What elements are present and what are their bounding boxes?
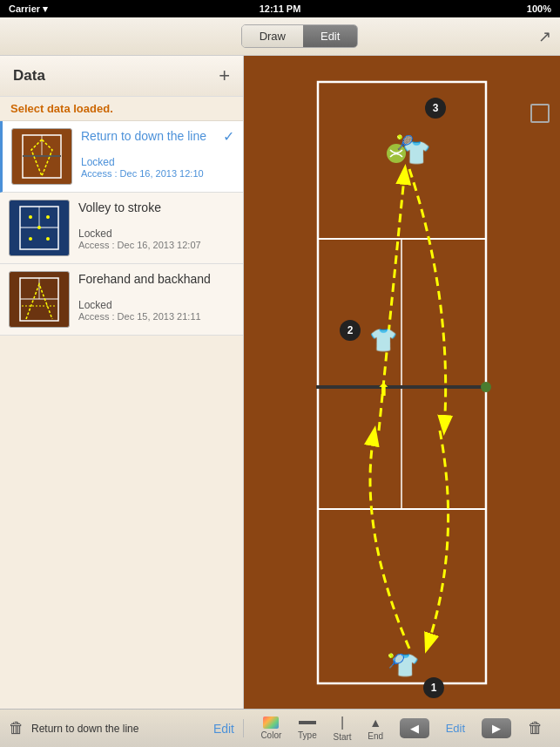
- drill-locked-3: Locked: [78, 299, 234, 311]
- drill-access-3: Access : Dec 15, 2013 21:11: [78, 311, 234, 322]
- sidebar: Data + Select data loaded. Return to dow…: [0, 56, 244, 709]
- svg-text:3: 3: [433, 102, 439, 114]
- svg-point-13: [37, 226, 41, 229]
- svg-point-12: [46, 237, 50, 241]
- color-icon: [263, 716, 279, 729]
- drill-item-3[interactable]: Forehand and backhand Locked Access : De…: [0, 264, 243, 336]
- sidebar-title: Data: [13, 67, 45, 85]
- status-bar: Carrier ▾ 12:11 PM 100%: [0, 0, 560, 17]
- drill-info-3: Forehand and backhand Locked Access : De…: [78, 271, 234, 322]
- top-nav-right: ↗: [538, 27, 551, 46]
- svg-text:⬆: ⬆: [376, 380, 391, 399]
- court-area: 👕 🎾 👕 ⬆ 👕 🎾 1 2 3: [244, 56, 560, 709]
- svg-text:2: 2: [347, 324, 354, 336]
- delete-button[interactable]: 🗑: [528, 719, 543, 737]
- type-tool[interactable]: Type: [298, 716, 317, 740]
- sidebar-status: Select data loaded.: [0, 97, 243, 121]
- drill-item-1[interactable]: Return to down the line ✓ Locked Access …: [0, 121, 243, 193]
- drill-thumbnail-2: [9, 200, 70, 256]
- drill-thumbnail-1: [11, 128, 72, 185]
- battery-label: 100%: [527, 3, 551, 14]
- color-tool[interactable]: Color: [260, 716, 281, 740]
- top-nav: Draw Edit ↗: [0, 17, 560, 56]
- player-mid: 👕: [369, 326, 398, 354]
- next-button[interactable]: ▶: [482, 718, 511, 738]
- trash-icon[interactable]: 🗑: [9, 719, 24, 737]
- type-icon: [299, 721, 316, 724]
- wifi-icon: ▾: [43, 3, 48, 14]
- drill-access-1: Access : Dec 16, 2013 12:10: [81, 168, 234, 179]
- bottom-toolbar: 🗑 Return to down the line Edit Color Typ…: [0, 709, 560, 747]
- tennis-court-svg: 👕 🎾 👕 ⬆ 👕 🎾 1 2 3: [244, 56, 560, 709]
- start-icon: |: [341, 715, 344, 730]
- svg-rect-24: [316, 385, 488, 389]
- end-label: End: [368, 731, 383, 741]
- drill-item-2[interactable]: Volley to stroke Locked Access : Dec 16,…: [0, 193, 243, 264]
- carrier-label: Carrier ▾: [9, 3, 48, 15]
- drill-locked-1: Locked: [81, 156, 234, 168]
- drill-name-1: Return to down the line: [81, 128, 206, 144]
- edit-center-button[interactable]: Edit: [446, 722, 465, 735]
- export-icon[interactable]: ↗: [538, 27, 551, 46]
- svg-point-9: [29, 215, 32, 219]
- drill-name-3: Forehand and backhand: [78, 271, 234, 287]
- svg-text:🎾: 🎾: [396, 134, 414, 151]
- color-label: Color: [260, 730, 281, 740]
- bottom-right: Color Type | Start ▲ End ◀ Edit ▶ 🗑: [244, 715, 560, 742]
- end-icon: ▲: [369, 716, 381, 730]
- type-label: Type: [298, 730, 317, 740]
- drill-info-2: Volley to stroke Locked Access : Dec 16,…: [78, 200, 234, 250]
- bottom-drill-label: Return to down the line: [31, 723, 206, 735]
- svg-point-25: [481, 382, 491, 392]
- bottom-left: 🗑 Return to down the line Edit: [0, 719, 244, 737]
- drill-thumbnail-3: [9, 271, 70, 328]
- svg-point-10: [46, 215, 50, 219]
- checkmark-1: ✓: [206, 128, 234, 145]
- drill-access-2: Access : Dec 16, 2013 12:07: [78, 240, 234, 250]
- drill-name-2: Volley to stroke: [78, 200, 234, 215]
- time-label: 12:11 PM: [260, 3, 301, 14]
- svg-text:🎾: 🎾: [388, 653, 405, 669]
- svg-point-11: [29, 237, 32, 241]
- start-tool[interactable]: | Start: [333, 715, 351, 742]
- carrier-text: Carrier: [9, 3, 40, 14]
- prev-button[interactable]: ◀: [400, 718, 429, 738]
- main-content: Data + Select data loaded. Return to dow…: [0, 56, 560, 709]
- add-button[interactable]: +: [219, 65, 230, 87]
- bottom-edit-button[interactable]: Edit: [213, 722, 234, 736]
- svg-text:1: 1: [431, 682, 437, 694]
- drill-locked-2: Locked: [78, 227, 234, 240]
- tab-draw[interactable]: Draw: [242, 25, 303, 47]
- tab-edit[interactable]: Edit: [303, 25, 357, 47]
- end-tool[interactable]: ▲ End: [368, 716, 383, 741]
- drill-info-1: Return to down the line ✓ Locked Access …: [81, 128, 234, 179]
- sidebar-header: Data +: [0, 56, 243, 97]
- start-label: Start: [333, 732, 351, 742]
- draw-edit-tabs: Draw Edit: [241, 24, 359, 48]
